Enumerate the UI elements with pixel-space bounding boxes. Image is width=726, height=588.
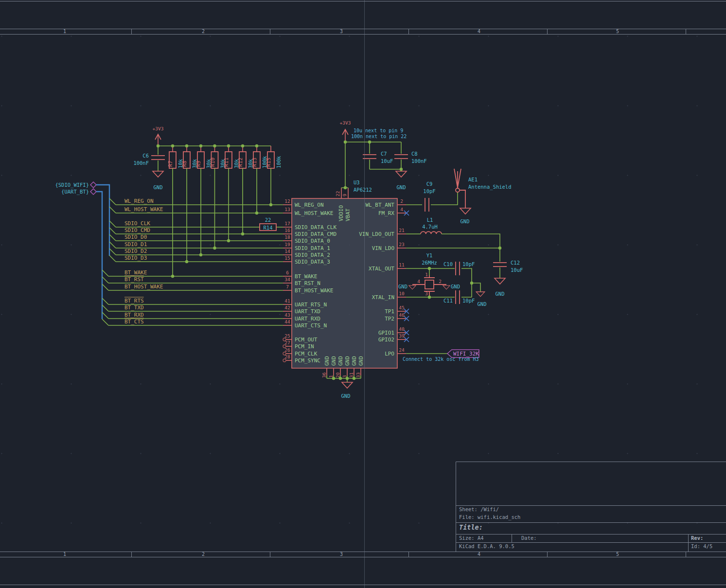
capacitor-c12[interactable]: C12 10uF GND: [493, 248, 523, 297]
c7-ref[interactable]: C7: [381, 151, 387, 157]
net-label[interactable]: BT_CTS: [124, 319, 144, 325]
bus-entry[interactable]: [102, 277, 108, 283]
power-3v3-label[interactable]: +3V3: [340, 120, 351, 125]
gnd-label[interactable]: GND: [398, 284, 407, 289]
bus-entry[interactable]: [109, 242, 116, 248]
c8-value[interactable]: 100nF: [411, 158, 427, 164]
net-bt_host_wake[interactable]: BT_HOST_WAKE: [102, 284, 283, 290]
gnd-label[interactable]: GND: [397, 184, 406, 190]
pullup-resistors[interactable]: R710kR830kR930kR1030kR1130kR1230kR13100k…: [167, 146, 282, 276]
l1-value[interactable]: 4.7uH: [422, 224, 438, 230]
c10-value[interactable]: 10pF: [462, 261, 475, 267]
net-bt_wake[interactable]: BT_WAKE: [102, 269, 283, 276]
c6-ref[interactable]: C6: [142, 153, 149, 159]
r14-value[interactable]: 22: [265, 217, 271, 223]
bus-entry[interactable]: [109, 198, 116, 205]
c12-value[interactable]: 10uF: [511, 267, 523, 273]
l1-ref[interactable]: L1: [427, 217, 433, 223]
gnd-label[interactable]: GND: [496, 291, 505, 297]
net-bt_rts[interactable]: BT_RTS: [102, 297, 283, 304]
power-3v3-label[interactable]: +3V3: [153, 126, 164, 131]
gnd-symbol[interactable]: [342, 382, 353, 388]
gnd-symbol[interactable]: [396, 171, 407, 177]
power-3v3-symbol[interactable]: [155, 134, 161, 146]
c11-value[interactable]: 10pF: [462, 298, 475, 303]
ic-u3[interactable]: U3 AP6212 12WL_REG_ON13WL_HOST_WAKE17SDI…: [283, 179, 409, 378]
vdd-wire[interactable]: [341, 141, 401, 188]
c8-ref[interactable]: C8: [411, 151, 418, 157]
resistor-ref[interactable]: R12: [237, 158, 243, 167]
power-3v3-symbol[interactable]: [342, 129, 348, 141]
net-wires[interactable]: WL_REG_ONWL_HOST_WAKESDIO_CLKSDIO_CMDSDI…: [102, 198, 283, 325]
net-bt_cts[interactable]: BT_CTS: [102, 318, 283, 325]
lpo-group[interactable]: WIFI_32K Connect to 32k osc from H3: [403, 350, 479, 362]
hier-label-uart-bt[interactable]: {UART_BT}: [61, 189, 89, 195]
bus-entry[interactable]: [102, 312, 108, 319]
bus-entry[interactable]: [109, 249, 116, 255]
bus-entry[interactable]: [102, 305, 108, 311]
net-label[interactable]: SDIO_CLK: [124, 220, 150, 227]
bus-entry[interactable]: [109, 228, 116, 234]
net-sdio_d3[interactable]: SDIO_D3: [109, 255, 283, 262]
net-label[interactable]: BT_HOST_WAKE: [124, 284, 163, 290]
resistor-ref[interactable]: R11: [223, 158, 229, 167]
net-sdio_clk[interactable]: SDIO_CLK: [109, 220, 283, 227]
xtal-gnd-branch[interactable]: [472, 283, 480, 292]
net-label[interactable]: BT_RXD: [124, 312, 144, 318]
capacitor-c7[interactable]: C7 10uF: [363, 142, 393, 169]
gnd-symbol[interactable]: [443, 285, 450, 289]
gnd-label[interactable]: GND: [460, 218, 470, 224]
capacitor-c6[interactable]: C6 100nF GND: [133, 146, 165, 190]
bus-area[interactable]: {SDIO_WIFI} {UART_BT} WL_REG_ONWL_HOST_W…: [55, 182, 283, 325]
bus-entry[interactable]: [109, 207, 116, 213]
net-sdio_cmd[interactable]: SDIO_CMD: [109, 227, 283, 234]
c11-ref[interactable]: C11: [443, 298, 453, 303]
resistor-r14[interactable]: R14 22: [260, 217, 276, 231]
net-label[interactable]: BT_WAKE: [124, 269, 147, 276]
net-sdio_d2[interactable]: SDIO_D2: [109, 248, 283, 255]
bus-entry[interactable]: [109, 255, 116, 262]
net-bt_rst[interactable]: BT_RST: [102, 276, 283, 283]
resistor-r15[interactable]: R15100k: [266, 146, 282, 205]
gnd-label[interactable]: GND: [341, 393, 351, 399]
ic-gnd-group[interactable]: GND: [327, 378, 361, 399]
c9-ref[interactable]: C9: [426, 181, 433, 187]
resistor-ref[interactable]: R15: [266, 158, 271, 167]
resistor-ref[interactable]: R8: [181, 160, 187, 167]
net-label[interactable]: BT_RST: [124, 276, 144, 283]
capacitor-c8[interactable]: C8 100nF: [394, 142, 427, 171]
gnd-symbol[interactable]: [153, 171, 163, 177]
bus-entry[interactable]: [109, 221, 116, 227]
vin-ldo-wire[interactable]: [406, 234, 500, 248]
resistor-ref[interactable]: R10: [210, 158, 215, 167]
resistor-ref[interactable]: R9: [195, 160, 201, 167]
net-label[interactable]: WL_HOST_WAKE: [124, 206, 163, 213]
resistor-r13[interactable]: R13100k: [251, 146, 267, 213]
gnd-symbol[interactable]: [476, 292, 485, 297]
bus-entry[interactable]: [102, 284, 108, 290]
net-label[interactable]: SDIO_D1: [124, 241, 147, 248]
net-bt_rxd[interactable]: BT_RXD: [102, 312, 283, 319]
net-label[interactable]: WL_REG_ON: [124, 198, 154, 204]
antenna-group[interactable]: C9 10pF GND AE1 Antenna_Shield: [406, 169, 512, 224]
gnd-label[interactable]: GND: [451, 284, 460, 289]
crystal-y1-symbol[interactable]: GND GND 1 3 4 2: [398, 268, 460, 297]
gnd-symbol[interactable]: [460, 208, 471, 214]
c12-ref[interactable]: C12: [511, 260, 520, 266]
net-sdio_d0[interactable]: SDIO_D0: [109, 234, 283, 241]
gnd-symbol[interactable]: [495, 278, 505, 284]
sdio-bus[interactable]: [96, 185, 109, 256]
hier-label-diamond-sdio[interactable]: [90, 182, 96, 188]
bus-entry[interactable]: [109, 234, 116, 241]
c6-value[interactable]: 100nF: [133, 160, 149, 166]
net-sdio_d1[interactable]: SDIO_D1: [109, 241, 283, 248]
ic-ref[interactable]: U3: [354, 179, 360, 185]
pullup-bank[interactable]: +3V3 C6 100nF GND R710kR830kR930kR1030kR…: [133, 126, 282, 276]
c7-value[interactable]: 10uF: [381, 158, 393, 164]
hier-label-diamond-uart[interactable]: [90, 189, 96, 195]
decoupling-group[interactable]: +3V3 10u next to pin 9 100n next to pin …: [340, 120, 427, 190]
ae1-ref[interactable]: AE1: [468, 177, 478, 182]
bus-entry[interactable]: [102, 298, 108, 304]
ic-value[interactable]: AP6212: [354, 187, 372, 193]
net-label[interactable]: SDIO_D3: [124, 255, 147, 261]
